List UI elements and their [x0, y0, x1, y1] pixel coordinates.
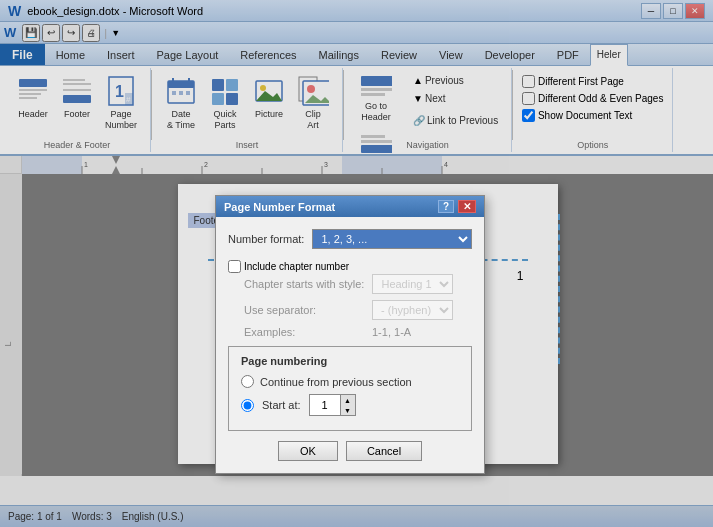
- dialog-overlay: Page Number Format ? ✕ Number format: 1,…: [0, 0, 713, 527]
- chapter-style-row: Chapter starts with style: Heading 1: [234, 274, 472, 294]
- start-at-row[interactable]: Start at: 1 ▲ ▼: [241, 394, 459, 416]
- spinbox-buttons: ▲ ▼: [340, 395, 355, 415]
- include-chapter-label: Include chapter number: [244, 261, 349, 272]
- include-chapter-section: Include chapter number Chapter starts wi…: [228, 259, 472, 338]
- start-at-spinbox[interactable]: 1 ▲ ▼: [309, 394, 356, 416]
- page-number-format-dialog: Page Number Format ? ✕ Number format: 1,…: [215, 195, 485, 474]
- cancel-button[interactable]: Cancel: [346, 441, 422, 461]
- number-format-select[interactable]: 1, 2, 3, ... a, b, c, ... A, B, C, ... i…: [312, 229, 472, 249]
- include-chapter-checkbox[interactable]: [228, 260, 241, 273]
- continue-radio[interactable]: [241, 375, 254, 388]
- spinbox-down-button[interactable]: ▼: [341, 405, 355, 415]
- chapter-style-label: Chapter starts with style:: [244, 278, 364, 290]
- number-format-label: Number format:: [228, 233, 304, 245]
- dialog-title: Page Number Format: [224, 201, 335, 213]
- separator-row: Use separator: - (hyphen): [234, 300, 472, 320]
- continue-label: Continue from previous section: [260, 376, 412, 388]
- separator-label: Use separator:: [244, 304, 364, 316]
- page-numbering-title: Page numbering: [241, 355, 459, 367]
- start-at-input[interactable]: 1: [310, 395, 340, 415]
- dialog-close-button[interactable]: ✕: [458, 200, 476, 213]
- separator-select[interactable]: - (hyphen): [372, 300, 453, 320]
- include-chapter-row[interactable]: Include chapter number: [228, 259, 472, 274]
- chapter-style-select[interactable]: Heading 1: [372, 274, 453, 294]
- dialog-titlebar: Page Number Format ? ✕: [216, 196, 484, 217]
- start-at-radio[interactable]: [241, 399, 254, 412]
- examples-row: Examples: 1-1, 1-A: [234, 326, 472, 338]
- continue-radio-row[interactable]: Continue from previous section: [241, 375, 459, 388]
- dialog-body: Number format: 1, 2, 3, ... a, b, c, ...…: [216, 217, 484, 473]
- dialog-buttons: OK Cancel: [228, 441, 472, 461]
- start-at-label: Start at:: [262, 399, 301, 411]
- number-format-row: Number format: 1, 2, 3, ... a, b, c, ...…: [228, 229, 472, 249]
- page-numbering-section: Page numbering Continue from previous se…: [228, 346, 472, 431]
- dialog-help-button[interactable]: ?: [438, 200, 454, 213]
- spinbox-up-button[interactable]: ▲: [341, 395, 355, 405]
- chapter-settings: Chapter starts with style: Heading 1 Use…: [228, 274, 472, 338]
- ok-button[interactable]: OK: [278, 441, 338, 461]
